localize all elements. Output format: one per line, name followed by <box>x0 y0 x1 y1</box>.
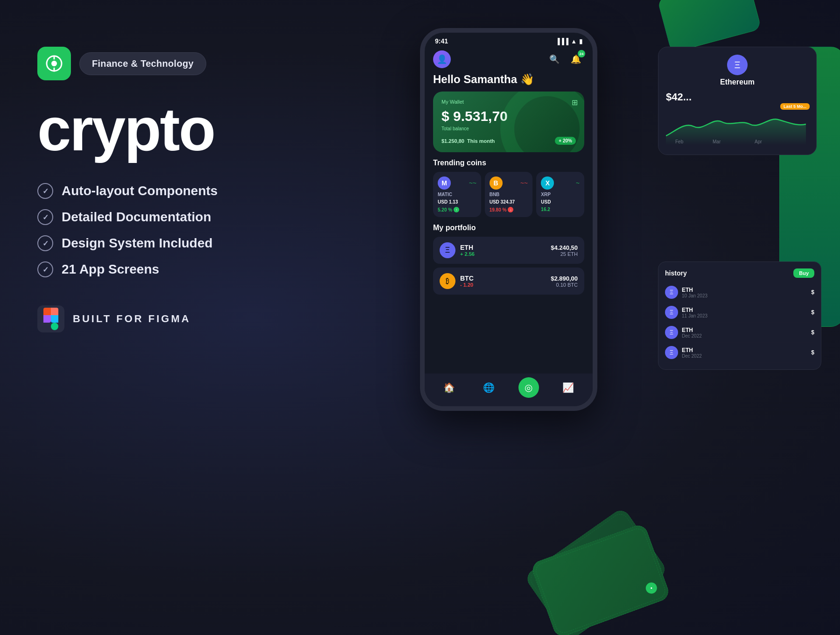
globe-nav-item[interactable]: 🌐 <box>479 377 499 398</box>
phone-screen: 9:41 ▐▐▐ ▲ ▮ 👤 🔍 🔔 24 <box>425 33 593 406</box>
svg-text:Apr: Apr <box>755 139 762 144</box>
wallet-grid-icon: ⊞ <box>572 98 578 107</box>
btc-value: $2.890,00 <box>551 275 578 282</box>
history-value: $ <box>811 329 814 336</box>
ethereum-chart: Feb Mar Apr <box>666 108 806 145</box>
xrp-name: XRP <box>541 192 580 197</box>
check-icon: ✓ <box>37 209 53 225</box>
bnb-price: USD 324.37 <box>490 199 528 205</box>
wallet-sub-label: Total balance <box>441 126 576 131</box>
feature-label-2: Detailed Documentation <box>62 210 211 225</box>
wallet-card-front: • <box>530 522 671 635</box>
wallet-growth-badge: + 20% <box>555 137 576 145</box>
wallet-month-amount: $1.250,80 This month <box>441 138 495 144</box>
btc-portfolio-icon: ₿ <box>440 273 455 289</box>
wallet-card[interactable]: ⊞ My Wallet $ 9.531,70 Total balance $1.… <box>433 92 584 152</box>
history-title: history <box>665 269 687 277</box>
chart-nav-item[interactable]: 📈 <box>558 377 579 398</box>
history-value: $ <box>811 289 814 296</box>
history-eth-icon: Ξ <box>665 306 678 319</box>
eth-value: $4.240,50 <box>551 244 578 251</box>
xrp-price: USD <box>541 199 580 205</box>
history-eth-icon: Ξ <box>665 326 678 339</box>
phone-notch <box>478 33 539 46</box>
feature-item: ✓ 21 App Screens <box>37 261 327 277</box>
search-button[interactable]: 🔍 <box>546 51 563 68</box>
history-date: 10 Jan 2023 <box>682 293 707 298</box>
btc-symbol: BTC <box>460 275 474 282</box>
feature-item: ✓ Auto-layout Components <box>37 183 327 199</box>
portfolio-eth[interactable]: Ξ ETH + 2.56 $4.240,50 25 ETH <box>433 237 584 264</box>
wifi-icon: ▲ <box>571 38 577 45</box>
portfolio-eth-right: $4.240,50 25 ETH <box>551 244 578 257</box>
user-avatar[interactable]: 👤 <box>433 50 451 68</box>
svg-point-1 <box>51 61 57 66</box>
figma-label: BUILT FOR FIGMA <box>73 313 191 325</box>
portfolio-btc-right: $2.890,00 0.10 BTC <box>551 275 578 288</box>
history-date: 11 Jan 2023 <box>682 313 707 318</box>
buy-button[interactable]: Buy <box>793 268 814 278</box>
coin-card-bnb[interactable]: B 〜〜 BNB USD 324.37 19.80 % ↓ <box>485 172 533 217</box>
portfolio-title: My portfolio <box>433 224 584 232</box>
features-list: ✓ Auto-layout Components ✓ Detailed Docu… <box>37 183 327 277</box>
figma-logo <box>43 308 58 330</box>
bnb-icon: B <box>490 176 503 190</box>
status-icons: ▐▐▐ ▲ ▮ <box>555 38 582 45</box>
matic-name: MATIC <box>438 192 476 197</box>
badge-row: Finance & Technology <box>37 47 327 80</box>
greeting-text: Hello Samantha 👋 <box>433 73 584 86</box>
last5m-badge: Last 5 Mo... <box>780 103 810 110</box>
history-card: history Buy Ξ ETH 10 Jan 2023 $ Ξ ETH 11… <box>658 261 821 370</box>
history-coin-name: ETH <box>682 307 707 313</box>
history-value: $ <box>811 349 814 356</box>
history-coin-name: ETH <box>682 347 702 353</box>
bnb-change: 19.80 % ↓ <box>490 207 528 212</box>
check-icon: ✓ <box>37 261 53 277</box>
nav-icons: 🔍 🔔 24 <box>546 51 584 68</box>
btc-change: - 1.20 <box>460 282 474 288</box>
history-row: Ξ ETH 10 Jan 2023 $ <box>665 282 814 303</box>
coin-card-xrp[interactable]: X 〜 XRP USD 16.2 <box>536 172 584 217</box>
matic-icon: M <box>438 176 451 190</box>
history-value: $ <box>811 309 814 316</box>
portfolio-btc[interactable]: ₿ BTC - 1.20 $2.890,00 0.10 BTC <box>433 268 584 295</box>
history-coin-name: ETH <box>682 327 702 333</box>
check-icon: ✓ <box>37 183 53 199</box>
eth-amount: 25 ETH <box>551 251 578 257</box>
home-nav-item[interactable]: 🏠 <box>439 377 460 398</box>
left-panel: Finance & Technology crypto ✓ Auto-layou… <box>37 47 327 332</box>
bnb-name: BNB <box>490 192 528 197</box>
ethereum-name: Ethereum <box>720 78 755 86</box>
category-badge: Finance & Technology <box>79 52 206 75</box>
ethereum-card: Ξ Ethereum $42... Feb Mar Apr Last 5 Mo.… <box>658 47 817 155</box>
right-panel: Ξ Ethereum $42... Feb Mar Apr Last 5 Mo.… <box>327 0 840 635</box>
coins-row: M 〜〜 MATIC USD 1.13 5.20 % ↑ B <box>433 172 584 217</box>
coin-card-matic[interactable]: M 〜〜 MATIC USD 1.13 5.20 % ↑ <box>433 172 481 217</box>
matic-change: 5.20 % ↑ <box>438 207 476 212</box>
notification-badge: 24 <box>578 50 585 57</box>
top-navigation: 👤 🔍 🔔 24 <box>433 47 584 73</box>
bottom-navigation: 🏠 🌐 ◎ 📈 <box>425 374 593 406</box>
xrp-chart: 〜 <box>576 181 580 186</box>
eth-portfolio-icon: Ξ <box>440 242 455 258</box>
history-date: Dec 2022 <box>682 333 702 339</box>
ethereum-icon: Ξ <box>727 55 748 75</box>
wallet-nav-item[interactable]: ◎ <box>518 377 539 398</box>
main-phone: 9:41 ▐▐▐ ▲ ▮ 👤 🔍 🔔 24 <box>420 28 597 411</box>
portfolio-btc-left: ₿ BTC - 1.20 <box>440 273 474 289</box>
notification-button[interactable]: 🔔 24 <box>567 51 584 68</box>
matic-price: USD 1.13 <box>438 199 476 205</box>
svg-text:Feb: Feb <box>675 139 684 144</box>
history-eth-icon: Ξ <box>665 286 678 299</box>
app-icon <box>37 47 71 80</box>
history-row: Ξ ETH Dec 2022 $ <box>665 323 814 343</box>
history-date: Dec 2022 <box>682 353 702 359</box>
app-content: 👤 🔍 🔔 24 Hello Samantha 👋 ⊞ My Wallet <box>425 47 593 295</box>
history-row: Ξ ETH Dec 2022 $ <box>665 343 814 363</box>
ethereum-price: $42... <box>666 91 809 103</box>
check-icon: ✓ <box>37 235 53 251</box>
battery-icon: ▮ <box>579 38 582 45</box>
svg-text:Mar: Mar <box>713 139 721 144</box>
btc-amount: 0.10 BTC <box>551 282 578 288</box>
feature-item: ✓ Detailed Documentation <box>37 209 327 225</box>
